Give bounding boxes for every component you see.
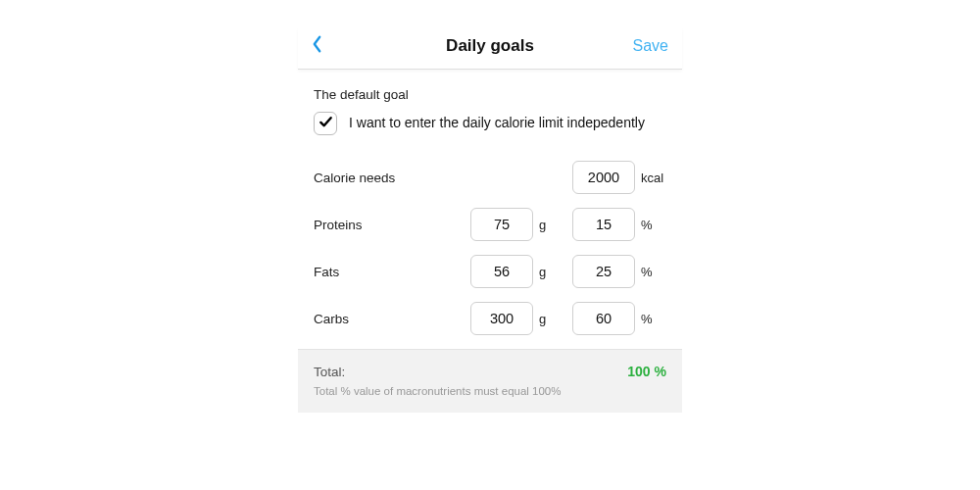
top-bar: Daily goals Save bbox=[298, 27, 682, 70]
total-value: 100 % bbox=[627, 364, 666, 379]
back-button[interactable] bbox=[312, 35, 359, 57]
total-bar: Total: 100 % Total % value of macronutri… bbox=[298, 350, 682, 413]
calorie-needs-unit: kcal bbox=[641, 171, 666, 185]
calorie-needs-label: Calorie needs bbox=[314, 171, 441, 185]
macro-rows: Proteinsg%Fatsg%Carbsg% bbox=[314, 208, 666, 335]
fats-grams-unit: g bbox=[539, 265, 564, 279]
carbs-label: Carbs bbox=[314, 312, 441, 326]
page-title: Daily goals bbox=[446, 36, 534, 56]
calorie-limit-checkbox[interactable] bbox=[314, 112, 337, 135]
proteins-row: Proteinsg% bbox=[314, 208, 666, 241]
save-button[interactable]: Save bbox=[621, 37, 668, 55]
carbs-fields: g% bbox=[470, 302, 666, 335]
fats-fields: g% bbox=[470, 255, 666, 288]
proteins-fields: g% bbox=[470, 208, 666, 241]
fats-label: Fats bbox=[314, 265, 441, 279]
proteins-label: Proteins bbox=[314, 218, 441, 232]
carbs-percent-input[interactable] bbox=[572, 302, 635, 335]
daily-goals-screen: Daily goals Save The default goal I want… bbox=[298, 27, 682, 420]
fats-row: Fatsg% bbox=[314, 255, 666, 288]
proteins-percent-input[interactable] bbox=[572, 208, 635, 241]
carbs-percent-unit: % bbox=[641, 312, 666, 326]
calorie-limit-checkbox-label: I want to enter the daily calorie limit … bbox=[349, 112, 645, 132]
default-goal-section-label: The default goal bbox=[314, 87, 666, 102]
total-label: Total: bbox=[314, 365, 345, 379]
carbs-row: Carbsg% bbox=[314, 302, 666, 335]
calorie-limit-checkbox-row: I want to enter the daily calorie limit … bbox=[314, 112, 666, 135]
carbs-grams-unit: g bbox=[539, 312, 564, 326]
proteins-grams-unit: g bbox=[539, 218, 564, 232]
fats-percent-input[interactable] bbox=[572, 255, 635, 288]
proteins-percent-unit: % bbox=[641, 218, 666, 232]
fats-percent-unit: % bbox=[641, 265, 666, 279]
carbs-grams-input[interactable] bbox=[470, 302, 533, 335]
fats-grams-input[interactable] bbox=[470, 255, 533, 288]
chevron-left-icon bbox=[312, 35, 322, 57]
calorie-needs-row: Calorie needs kcal bbox=[314, 161, 666, 194]
proteins-grams-input[interactable] bbox=[470, 208, 533, 241]
calorie-needs-input[interactable] bbox=[572, 161, 635, 194]
total-hint: Total % value of macronutrients must equ… bbox=[314, 385, 666, 397]
calorie-needs-fields: kcal bbox=[572, 161, 666, 194]
content-area: The default goal I want to enter the dai… bbox=[298, 70, 682, 420]
check-icon bbox=[318, 115, 333, 133]
